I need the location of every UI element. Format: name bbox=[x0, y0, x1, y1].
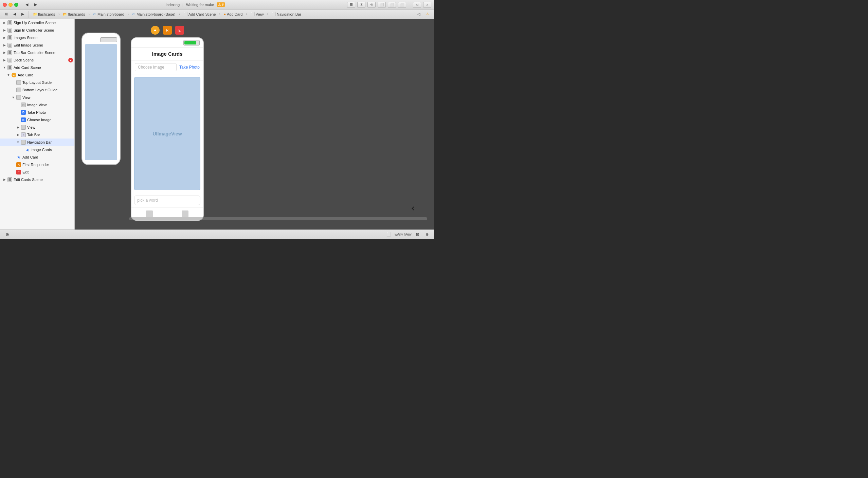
breadcrumb-warning-btn[interactable]: ⚠ bbox=[424, 11, 431, 18]
sidebar-item-nav-bar[interactable]: ▼ Navigation Bar bbox=[0, 139, 74, 146]
breadcrumb-add-card-scene[interactable]: ⬜ Add Card Scene bbox=[181, 11, 218, 18]
sidebar-item-first-responder[interactable]: R First Responder bbox=[0, 161, 74, 168]
sidebar-item-bottom-layout[interactable]: Bottom Layout Guide bbox=[0, 86, 74, 94]
layout-toggle-btn[interactable]: ⬜ bbox=[385, 231, 393, 238]
sidebar-item-tab-bar2[interactable]: ▶ ≡ Tab Bar bbox=[0, 131, 74, 139]
sidebar-item-image-cards[interactable]: ◀ Image Cards bbox=[0, 146, 74, 153]
prev-btn[interactable]: ◀ bbox=[11, 11, 18, 18]
scene-icon-yellow[interactable]: ● bbox=[151, 26, 160, 35]
expand-arrow-nav-bar[interactable]: ▼ bbox=[16, 141, 20, 144]
tab-bar-scene-icon bbox=[7, 50, 12, 55]
scene-icon-red-box[interactable]: E bbox=[175, 26, 184, 35]
sign-up-label: Sign Up Controller Scene bbox=[14, 21, 56, 25]
sep-5: › bbox=[219, 12, 220, 16]
add-card-ctrl-icon: ● bbox=[12, 73, 16, 77]
back-button[interactable]: ◀ bbox=[23, 1, 31, 8]
version-editor-btn[interactable]: ⬜ bbox=[398, 2, 406, 8]
first-responder-icon: R bbox=[16, 162, 21, 167]
titlebar-controls: ☰ ⧖ ⟲ ⬜ ⬜ ⬜ ◁ ▷ bbox=[347, 2, 431, 8]
sidebar-item-exit[interactable]: E Exit bbox=[0, 168, 74, 176]
sidebar-item-add-card-ctrl[interactable]: ▼ ● Add Card bbox=[0, 71, 74, 79]
view2-icon bbox=[21, 125, 26, 130]
sidebar-item-edit-cards[interactable]: ▶ Edit Cards Scene bbox=[0, 176, 74, 183]
action-row: Choose Image Take Photo bbox=[131, 60, 203, 74]
expand-arrow-sign-up[interactable]: ▶ bbox=[3, 21, 6, 24]
breadcrumb-view[interactable]: ⬜ View bbox=[249, 11, 266, 18]
breadcrumb-flashcards-project[interactable]: 📁 flashcards bbox=[31, 11, 57, 18]
expand-arrow-sign-in[interactable]: ▶ bbox=[3, 29, 6, 32]
add-card-obj-label: Add Card bbox=[22, 155, 38, 159]
scene-icon-orange-box[interactable]: R bbox=[163, 26, 172, 35]
edit-cards-label: Edit Cards Scene bbox=[14, 178, 43, 182]
expand-arrow-tab-bar[interactable]: ▶ bbox=[3, 51, 6, 54]
expand-arrow-view2[interactable]: ▶ bbox=[16, 126, 20, 129]
sidebar-item-sign-up[interactable]: ▶ Sign Up Controller Scene bbox=[0, 19, 74, 26]
grid-view-btn[interactable]: ⊞ bbox=[3, 11, 10, 18]
breadcrumb-main-storyboard-base[interactable]: 🗂 Main.storyboard (Base) bbox=[130, 11, 177, 18]
nav-bar-label: Navigation Bar bbox=[27, 140, 52, 144]
breadcrumb-add-card[interactable]: ● Add Card bbox=[222, 11, 245, 18]
sidebar-item-edit-image[interactable]: ▶ Edit Image Scene bbox=[0, 41, 74, 49]
back-fwd-btn[interactable]: ⟲ bbox=[367, 2, 376, 8]
sidebar-item-images[interactable]: ▶ Images Scene bbox=[0, 34, 74, 41]
sep-6: › bbox=[246, 12, 247, 16]
textfield-container[interactable]: pick a word bbox=[134, 196, 200, 205]
navigator-toggle[interactable]: ◁ bbox=[413, 2, 421, 8]
view-label: View bbox=[22, 95, 31, 99]
breadcrumb-flashcards-folder[interactable]: 📂 flashcards bbox=[61, 11, 87, 18]
bottom-add-btn[interactable]: ⊕ bbox=[3, 231, 11, 238]
sidebar-item-image-view[interactable]: □ Image View bbox=[0, 101, 74, 109]
expand-arrow-add-card-scene[interactable]: ▼ bbox=[3, 66, 6, 69]
canvas-area[interactable]: ● R E Image Cards bbox=[75, 19, 434, 229]
expand-arrow-add-card-ctrl[interactable]: ▼ bbox=[7, 73, 10, 77]
view-icon bbox=[16, 95, 21, 100]
expand-arrow-tab-bar2[interactable]: ▶ bbox=[16, 133, 20, 136]
uiimageview-label: UIImageView bbox=[152, 131, 182, 136]
sidebar-item-top-layout[interactable]: Top Layout Guide bbox=[0, 79, 74, 86]
add-card-scene-icon bbox=[7, 65, 12, 70]
breadcrumb-main-storyboard[interactable]: 🗂 Main.storyboard bbox=[91, 11, 126, 18]
take-photo-btn[interactable]: Take Photo bbox=[179, 65, 200, 70]
forward-button[interactable]: ▶ bbox=[32, 1, 39, 8]
sign-in-scene-icon bbox=[7, 28, 12, 33]
expand-arrow-edit-cards[interactable]: ▶ bbox=[3, 178, 6, 181]
horizontal-scrollbar[interactable] bbox=[129, 217, 427, 220]
tab-bar-label: Tab Bar Controller Scene bbox=[14, 51, 55, 55]
debugger-btn[interactable]: ⧖ bbox=[357, 2, 365, 8]
assistant-editor-btn[interactable]: ⬜ bbox=[388, 2, 396, 8]
iphone-left-mockup bbox=[82, 33, 121, 165]
choose-image-label: Choose Image bbox=[27, 118, 52, 122]
sidebar-item-choose-image[interactable]: B Choose Image bbox=[0, 116, 74, 124]
expand-arrow-view[interactable]: ▼ bbox=[12, 96, 15, 99]
maximize-button[interactable] bbox=[14, 3, 18, 7]
sep-2: › bbox=[89, 12, 90, 16]
sidebar-item-deck[interactable]: ▶ Deck Scene ● bbox=[0, 56, 74, 64]
editor-mode-btn[interactable]: ☰ bbox=[347, 2, 355, 8]
expand-arrow-deck[interactable]: ▶ bbox=[3, 58, 6, 62]
close-button[interactable] bbox=[3, 3, 7, 7]
breadcrumb-back-btn[interactable]: ◁ bbox=[415, 11, 422, 18]
choose-image-btn[interactable]: Choose Image bbox=[135, 63, 177, 71]
standard-editor-btn[interactable]: ⬜ bbox=[378, 2, 386, 8]
sidebar-item-add-card-obj[interactable]: ★ Add Card bbox=[0, 153, 74, 161]
sidebar-item-sign-in[interactable]: ▶ Sign In Controller Scene bbox=[0, 26, 74, 34]
sidebar-item-take-photo[interactable]: B Take Photo bbox=[0, 109, 74, 116]
minimize-button[interactable] bbox=[8, 3, 13, 7]
view2-label: View bbox=[27, 125, 35, 129]
tab-item-1[interactable] bbox=[146, 210, 153, 217]
expand-arrow-images[interactable]: ▶ bbox=[3, 36, 6, 39]
next-btn[interactable]: ▶ bbox=[19, 11, 26, 18]
sidebar-item-tab-bar[interactable]: ▶ Tab Bar Controller Scene bbox=[0, 49, 74, 56]
image-view-icon: □ bbox=[21, 103, 26, 107]
expand-arrow-edit-image[interactable]: ▶ bbox=[3, 43, 6, 47]
sidebar: ▶ Sign Up Controller Scene ▶ Sign In Con… bbox=[0, 19, 75, 229]
inspector-toggle[interactable]: ▷ bbox=[423, 2, 431, 8]
zoom-fit-btn[interactable]: ⊡ bbox=[414, 231, 421, 238]
sidebar-item-add-card-scene[interactable]: ▼ Add Card Scene bbox=[0, 64, 74, 71]
bottom-right-controls: ⬜ wAny hAny ⊡ ⊕ bbox=[385, 231, 431, 238]
sidebar-item-view[interactable]: ▼ View bbox=[0, 94, 74, 101]
tab-item-2[interactable] bbox=[182, 210, 188, 217]
zoom-btn[interactable]: ⊕ bbox=[423, 231, 431, 238]
breadcrumb-nav-bar[interactable]: ⬜ Navigation Bar bbox=[270, 11, 303, 18]
sidebar-item-view2[interactable]: ▶ View bbox=[0, 124, 74, 131]
